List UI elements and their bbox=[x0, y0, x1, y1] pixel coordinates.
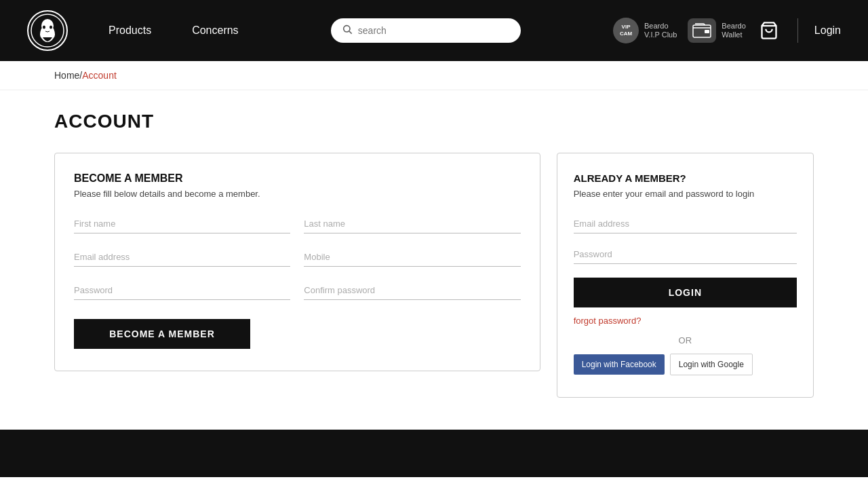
confirm-password-input[interactable] bbox=[304, 280, 520, 300]
social-buttons: Login with Facebook Login with Google bbox=[574, 354, 797, 375]
login-email-input[interactable] bbox=[574, 214, 797, 233]
login-button[interactable]: LOGIN bbox=[574, 278, 797, 307]
login-password-field bbox=[574, 244, 797, 264]
search-area bbox=[239, 18, 613, 43]
first-name-field bbox=[74, 214, 290, 233]
mobile-field bbox=[304, 247, 520, 267]
email-mobile-row bbox=[74, 247, 521, 267]
forms-container: BECOME A MEMBER Please fill below detail… bbox=[54, 153, 814, 398]
wallet-label: Beardo Wallet bbox=[722, 22, 745, 39]
wallet-button[interactable]: Beardo Wallet bbox=[688, 18, 745, 43]
nav-divider bbox=[797, 18, 798, 43]
already-member-card: ALREADY A MEMBER? Please enter your emai… bbox=[557, 153, 814, 398]
svg-point-2 bbox=[43, 26, 45, 29]
password-row bbox=[74, 280, 521, 300]
become-member-subtitle: Please fill below details and become a m… bbox=[74, 189, 521, 199]
facebook-login-button[interactable]: Login with Facebook bbox=[574, 354, 665, 375]
svg-point-4 bbox=[343, 26, 349, 32]
become-member-card: BECOME A MEMBER Please fill below detail… bbox=[54, 153, 540, 371]
search-input[interactable] bbox=[358, 25, 510, 36]
last-name-field bbox=[304, 214, 520, 233]
confirm-password-field bbox=[304, 280, 520, 300]
breadcrumb: Home/Account bbox=[0, 61, 868, 90]
login-email-field bbox=[574, 214, 797, 233]
search-box bbox=[331, 18, 521, 43]
page-title: ACCOUNT bbox=[54, 111, 814, 132]
cart-button[interactable] bbox=[757, 18, 781, 43]
svg-line-5 bbox=[349, 31, 352, 34]
email-field bbox=[74, 247, 290, 267]
search-icon bbox=[342, 24, 353, 37]
become-member-title: BECOME A MEMBER bbox=[74, 172, 521, 185]
breadcrumb-current: Account bbox=[82, 70, 117, 81]
login-link[interactable]: Login bbox=[814, 24, 841, 37]
footer bbox=[0, 430, 868, 477]
name-row bbox=[74, 214, 521, 233]
main-content: ACCOUNT BECOME A MEMBER Please fill belo… bbox=[0, 90, 868, 430]
mobile-input[interactable] bbox=[304, 247, 520, 267]
password-input[interactable] bbox=[74, 280, 290, 300]
or-divider: OR bbox=[574, 335, 797, 345]
svg-point-3 bbox=[50, 26, 52, 29]
already-member-title: ALREADY A MEMBER? bbox=[574, 172, 797, 184]
email-input[interactable] bbox=[74, 247, 290, 267]
vip-badge-icon: VIPCAM bbox=[613, 18, 639, 43]
logo[interactable] bbox=[27, 10, 68, 51]
wallet-icon bbox=[688, 18, 716, 43]
svg-rect-7 bbox=[705, 30, 709, 33]
breadcrumb-home[interactable]: Home bbox=[54, 70, 79, 81]
google-login-button[interactable]: Login with Google bbox=[670, 354, 753, 375]
already-member-subtitle: Please enter your email and password to … bbox=[574, 188, 797, 200]
vip-label: Beardo V.I.P Club bbox=[644, 22, 677, 39]
forgot-password-link[interactable]: forgot password? bbox=[574, 316, 797, 326]
password-field bbox=[74, 280, 290, 300]
nav-concerns[interactable]: Concerns bbox=[192, 24, 238, 37]
logo-icon bbox=[27, 10, 68, 51]
main-nav: Products Concerns bbox=[108, 24, 239, 37]
become-member-button[interactable]: BECOME A MEMBER bbox=[74, 319, 250, 349]
vip-club-button[interactable]: VIPCAM Beardo V.I.P Club bbox=[613, 18, 677, 43]
nav-products[interactable]: Products bbox=[108, 24, 151, 37]
first-name-input[interactable] bbox=[74, 214, 290, 233]
right-nav: VIPCAM Beardo V.I.P Club bbox=[613, 18, 841, 43]
breadcrumb-text: Home/Account bbox=[54, 70, 117, 81]
login-password-input[interactable] bbox=[574, 244, 797, 264]
last-name-input[interactable] bbox=[304, 214, 520, 233]
header: Products Concerns VIPCAM bbox=[0, 0, 868, 61]
